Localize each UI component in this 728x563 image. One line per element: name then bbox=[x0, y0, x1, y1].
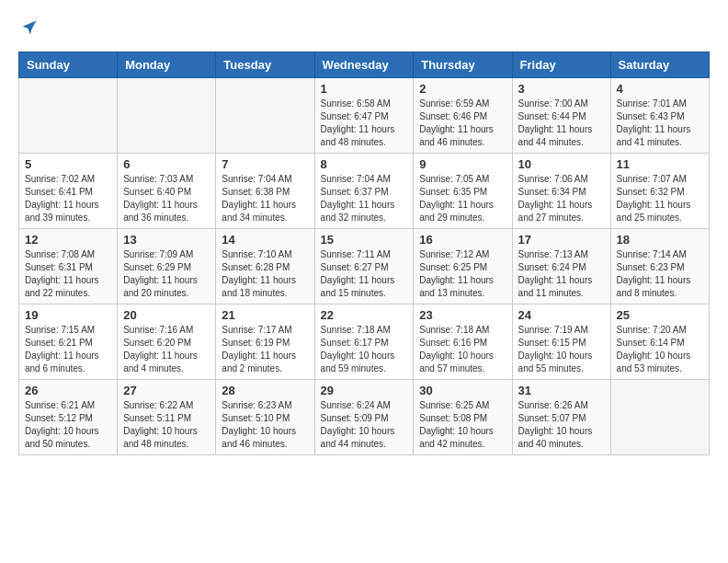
calendar-cell: 5Sunrise: 7:02 AM Sunset: 6:41 PM Daylig… bbox=[19, 154, 118, 229]
calendar-cell: 27Sunrise: 6:22 AM Sunset: 5:11 PM Dayli… bbox=[118, 380, 216, 455]
weekday-header-friday: Friday bbox=[512, 52, 610, 78]
day-number: 25 bbox=[617, 308, 703, 322]
day-info: Sunrise: 7:01 AM Sunset: 6:43 PM Dayligh… bbox=[617, 98, 703, 149]
day-info: Sunrise: 6:21 AM Sunset: 5:12 PM Dayligh… bbox=[25, 399, 111, 451]
calendar-cell: 14Sunrise: 7:10 AM Sunset: 6:28 PM Dayli… bbox=[216, 229, 314, 304]
day-info: Sunrise: 7:04 AM Sunset: 6:37 PM Dayligh… bbox=[321, 173, 408, 224]
calendar-cell: 15Sunrise: 7:11 AM Sunset: 6:27 PM Dayli… bbox=[314, 229, 414, 304]
calendar-cell: 11Sunrise: 7:07 AM Sunset: 6:32 PM Dayli… bbox=[610, 154, 709, 229]
calendar-cell: 7Sunrise: 7:04 AM Sunset: 6:38 PM Daylig… bbox=[216, 154, 314, 229]
day-info: Sunrise: 7:15 AM Sunset: 6:21 PM Dayligh… bbox=[25, 324, 111, 375]
day-info: Sunrise: 7:11 AM Sunset: 6:27 PM Dayligh… bbox=[321, 248, 408, 300]
calendar-cell: 1Sunrise: 6:58 AM Sunset: 6:47 PM Daylig… bbox=[314, 78, 414, 154]
day-number: 28 bbox=[222, 384, 308, 397]
day-number: 24 bbox=[518, 308, 605, 322]
calendar-cell: 26Sunrise: 6:21 AM Sunset: 5:12 PM Dayli… bbox=[19, 380, 118, 455]
day-info: Sunrise: 6:24 AM Sunset: 5:09 PM Dayligh… bbox=[321, 399, 408, 451]
weekday-header-tuesday: Tuesday bbox=[216, 52, 314, 78]
calendar-header-row: SundayMondayTuesdayWednesdayThursdayFrid… bbox=[19, 52, 710, 78]
day-number: 17 bbox=[518, 233, 605, 247]
calendar-cell: 22Sunrise: 7:18 AM Sunset: 6:17 PM Dayli… bbox=[314, 304, 414, 380]
calendar-cell: 21Sunrise: 7:17 AM Sunset: 6:19 PM Dayli… bbox=[216, 304, 314, 380]
page-header bbox=[18, 18, 710, 37]
day-info: Sunrise: 6:23 AM Sunset: 5:10 PM Dayligh… bbox=[222, 399, 308, 451]
calendar-cell: 23Sunrise: 7:18 AM Sunset: 6:16 PM Dayli… bbox=[414, 304, 512, 380]
day-info: Sunrise: 7:04 AM Sunset: 6:38 PM Dayligh… bbox=[222, 173, 308, 224]
day-number: 13 bbox=[123, 233, 210, 247]
calendar-cell bbox=[118, 78, 216, 154]
calendar-cell: 20Sunrise: 7:16 AM Sunset: 6:20 PM Dayli… bbox=[118, 304, 216, 380]
day-number: 7 bbox=[222, 157, 308, 171]
calendar-cell: 18Sunrise: 7:14 AM Sunset: 6:23 PM Dayli… bbox=[610, 229, 709, 304]
weekday-header-monday: Monday bbox=[118, 52, 216, 78]
calendar-cell: 16Sunrise: 7:12 AM Sunset: 6:25 PM Dayli… bbox=[414, 229, 512, 304]
day-info: Sunrise: 7:10 AM Sunset: 6:28 PM Dayligh… bbox=[222, 248, 308, 300]
day-info: Sunrise: 6:22 AM Sunset: 5:11 PM Dayligh… bbox=[123, 399, 210, 451]
day-info: Sunrise: 6:26 AM Sunset: 5:07 PM Dayligh… bbox=[518, 399, 605, 451]
day-number: 6 bbox=[123, 157, 210, 171]
day-info: Sunrise: 7:20 AM Sunset: 6:14 PM Dayligh… bbox=[617, 324, 703, 375]
calendar-table: SundayMondayTuesdayWednesdayThursdayFrid… bbox=[18, 52, 710, 455]
calendar-cell bbox=[610, 380, 709, 455]
day-number: 15 bbox=[321, 233, 408, 247]
day-number: 30 bbox=[419, 384, 506, 397]
weekday-header-wednesday: Wednesday bbox=[314, 52, 414, 78]
day-number: 20 bbox=[123, 308, 210, 322]
calendar-week-row: 1Sunrise: 6:58 AM Sunset: 6:47 PM Daylig… bbox=[19, 78, 710, 154]
calendar-cell: 8Sunrise: 7:04 AM Sunset: 6:37 PM Daylig… bbox=[314, 154, 414, 229]
weekday-header-sunday: Sunday bbox=[19, 52, 118, 78]
day-number: 31 bbox=[518, 384, 605, 397]
calendar-cell: 30Sunrise: 6:25 AM Sunset: 5:08 PM Dayli… bbox=[414, 380, 512, 455]
day-info: Sunrise: 7:09 AM Sunset: 6:29 PM Dayligh… bbox=[123, 248, 210, 300]
day-number: 4 bbox=[617, 82, 703, 96]
calendar-cell: 19Sunrise: 7:15 AM Sunset: 6:21 PM Dayli… bbox=[19, 304, 118, 380]
day-number: 2 bbox=[419, 82, 506, 96]
calendar-cell bbox=[19, 78, 118, 154]
day-number: 14 bbox=[222, 233, 308, 247]
calendar-cell: 29Sunrise: 6:24 AM Sunset: 5:09 PM Dayli… bbox=[314, 380, 414, 455]
day-info: Sunrise: 7:03 AM Sunset: 6:40 PM Dayligh… bbox=[123, 173, 210, 224]
day-info: Sunrise: 7:18 AM Sunset: 6:16 PM Dayligh… bbox=[419, 324, 506, 375]
calendar-cell: 9Sunrise: 7:05 AM Sunset: 6:35 PM Daylig… bbox=[414, 154, 512, 229]
calendar-cell: 13Sunrise: 7:09 AM Sunset: 6:29 PM Dayli… bbox=[118, 229, 216, 304]
day-number: 26 bbox=[25, 384, 111, 397]
calendar-cell: 28Sunrise: 6:23 AM Sunset: 5:10 PM Dayli… bbox=[216, 380, 314, 455]
day-number: 19 bbox=[25, 308, 111, 322]
day-number: 16 bbox=[419, 233, 506, 247]
day-info: Sunrise: 7:17 AM Sunset: 6:19 PM Dayligh… bbox=[222, 324, 308, 375]
day-number: 29 bbox=[321, 384, 408, 397]
calendar-cell: 31Sunrise: 6:26 AM Sunset: 5:07 PM Dayli… bbox=[512, 380, 610, 455]
calendar-cell bbox=[216, 78, 314, 154]
calendar-week-row: 26Sunrise: 6:21 AM Sunset: 5:12 PM Dayli… bbox=[19, 380, 710, 455]
day-info: Sunrise: 7:08 AM Sunset: 6:31 PM Dayligh… bbox=[25, 248, 111, 300]
calendar-cell: 17Sunrise: 7:13 AM Sunset: 6:24 PM Dayli… bbox=[512, 229, 610, 304]
day-number: 27 bbox=[123, 384, 210, 397]
calendar-cell: 6Sunrise: 7:03 AM Sunset: 6:40 PM Daylig… bbox=[118, 154, 216, 229]
calendar-cell: 4Sunrise: 7:01 AM Sunset: 6:43 PM Daylig… bbox=[610, 78, 709, 154]
calendar-cell: 2Sunrise: 6:59 AM Sunset: 6:46 PM Daylig… bbox=[414, 78, 512, 154]
day-info: Sunrise: 7:12 AM Sunset: 6:25 PM Dayligh… bbox=[419, 248, 506, 300]
calendar-cell: 12Sunrise: 7:08 AM Sunset: 6:31 PM Dayli… bbox=[19, 229, 118, 304]
weekday-header-thursday: Thursday bbox=[414, 52, 512, 78]
day-number: 11 bbox=[617, 157, 703, 171]
day-number: 1 bbox=[321, 82, 408, 96]
day-number: 18 bbox=[617, 233, 703, 247]
calendar-week-row: 5Sunrise: 7:02 AM Sunset: 6:41 PM Daylig… bbox=[19, 154, 710, 229]
day-number: 21 bbox=[222, 308, 308, 322]
day-info: Sunrise: 7:07 AM Sunset: 6:32 PM Dayligh… bbox=[617, 173, 703, 224]
logo bbox=[18, 18, 39, 37]
day-number: 9 bbox=[419, 157, 506, 171]
day-number: 3 bbox=[518, 82, 605, 96]
day-info: Sunrise: 7:14 AM Sunset: 6:23 PM Dayligh… bbox=[617, 248, 703, 300]
calendar-week-row: 12Sunrise: 7:08 AM Sunset: 6:31 PM Dayli… bbox=[19, 229, 710, 304]
day-number: 22 bbox=[321, 308, 408, 322]
day-info: Sunrise: 7:13 AM Sunset: 6:24 PM Dayligh… bbox=[518, 248, 605, 300]
day-number: 12 bbox=[25, 233, 111, 247]
day-info: Sunrise: 7:05 AM Sunset: 6:35 PM Dayligh… bbox=[419, 173, 506, 224]
day-info: Sunrise: 7:19 AM Sunset: 6:15 PM Dayligh… bbox=[518, 324, 605, 375]
day-number: 10 bbox=[518, 157, 605, 171]
calendar-cell: 25Sunrise: 7:20 AM Sunset: 6:14 PM Dayli… bbox=[610, 304, 709, 380]
day-info: Sunrise: 6:25 AM Sunset: 5:08 PM Dayligh… bbox=[419, 399, 506, 451]
day-info: Sunrise: 7:00 AM Sunset: 6:44 PM Dayligh… bbox=[518, 98, 605, 149]
day-info: Sunrise: 6:58 AM Sunset: 6:47 PM Dayligh… bbox=[321, 98, 408, 149]
